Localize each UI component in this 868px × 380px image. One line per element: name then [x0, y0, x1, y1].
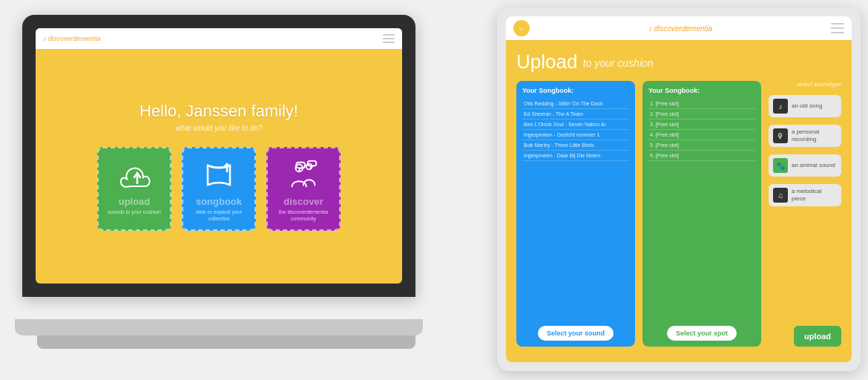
tablet-content: Upload to your cushion Your Songbook: Ot… — [506, 40, 852, 362]
left-song-list: Otis Redding - Sittin' On The Dock Ed Sh… — [522, 99, 629, 320]
melodical-text: a melodical piece — [792, 188, 837, 202]
old-song-text: an old song — [792, 102, 822, 110]
upload-button[interactable]: upload — [794, 326, 841, 347]
laptop-header: ♪ discoverdementia — [36, 28, 402, 49]
discover-label: discover — [283, 196, 323, 207]
book-icon — [200, 160, 237, 190]
songbook-card[interactable]: songbook view or expand your collection — [182, 147, 256, 231]
songbook-sub: view or expand your collection — [191, 209, 247, 222]
sound-option-0[interactable]: ♪ an old song — [769, 95, 841, 117]
melodical-icon: ♫ — [773, 188, 788, 203]
upload-card[interactable]: upload sounds to your cushion — [97, 147, 171, 231]
laptop-greeting: Hello, Janssen family! — [139, 102, 298, 121]
left-songbook-panel: Your Songbook: Otis Redding - Sittin' On… — [516, 81, 635, 347]
animal-sound-icon: 🐾 — [773, 158, 788, 173]
personal-recording-text: a personal recording — [792, 128, 837, 142]
sound-option-2[interactable]: 🐾 an animal sound — [769, 154, 841, 177]
song-item-3[interactable]: Ingesproken - Gedicht nummer 1 — [522, 130, 629, 140]
right-songbook-title: Your Songbook: — [648, 87, 755, 94]
laptop-base — [15, 319, 423, 335]
slot-item-3[interactable]: 4. [Free slot] — [648, 130, 755, 140]
sound-option-3[interactable]: ♫ a melodical piece — [769, 184, 841, 206]
select-spot-button[interactable]: Select your spot — [667, 326, 737, 341]
sound-option-1[interactable]: 🎙 a personal recording — [769, 125, 841, 147]
upload-sub: sounds to your cushion — [108, 209, 161, 215]
laptop-cards: upload sounds to your cushion — [97, 147, 341, 231]
laptop-screen: ♪ discoverdementia Hello, Janssen family… — [36, 28, 402, 284]
tablet-menu-icon[interactable] — [831, 23, 844, 33]
old-song-icon: ♪ — [773, 99, 788, 114]
discover-card[interactable]: discover the discoverdementia community — [266, 147, 341, 231]
song-item-0[interactable]: Otis Redding - Sittin' On The Dock — [522, 99, 629, 109]
laptop-subtitle: what would you like to do? — [175, 124, 262, 132]
back-button[interactable]: ← — [513, 20, 530, 36]
upload-label: upload — [119, 196, 151, 207]
tablet-header: ← ♪ discoverdementia — [506, 16, 852, 40]
slot-list: 1. [Free slot] 2. [Free slot] 3. [Free s… — [648, 99, 755, 320]
slot-item-0[interactable]: 1. [Free slot] — [648, 99, 755, 109]
slot-item-4[interactable]: 5. [Free slot] — [648, 140, 755, 151]
soundtype-panel: select soundtype ♪ an old song 🎙 a perso… — [769, 81, 841, 347]
laptop-device: ♪ discoverdementia Hello, Janssen family… — [22, 15, 415, 356]
tablet-title: Upload to your cushion — [516, 50, 841, 73]
slot-item-2[interactable]: 3. [Free slot] — [648, 119, 755, 130]
laptop-logo: ♪ discoverdementia — [43, 35, 101, 42]
right-songbook-panel: Your Songbook: 1. [Free slot] 2. [Free s… — [642, 81, 761, 347]
left-songbook-title: Your Songbook: — [522, 87, 629, 94]
soundtype-label: select soundtype — [769, 81, 841, 88]
discover-sub: the discoverdementia community — [275, 209, 332, 222]
slot-item-5[interactable]: 6. [Free slot] — [648, 151, 755, 161]
tablet-body: ← ♪ discoverdementia Upload to your cush… — [497, 7, 861, 371]
song-item-1[interactable]: Ed Sheeran - The A Team — [522, 109, 629, 119]
song-item-4[interactable]: Bob Marley - Three Little Birds — [522, 140, 629, 151]
song-item-2[interactable]: Ben L'Oncle Soul - Seven Nation Ar. — [522, 119, 629, 130]
laptop-menu-icon[interactable] — [383, 34, 395, 43]
tablet-title-sub: to your cushion — [583, 57, 654, 69]
tablet-screen: ← ♪ discoverdementia Upload to your cush… — [506, 16, 852, 362]
laptop-foot — [37, 335, 415, 349]
songbook-label: songbook — [196, 196, 242, 207]
personal-recording-icon: 🎙 — [773, 128, 788, 143]
tablet-logo: ♪ discoverdementia — [648, 24, 712, 33]
slot-item-1[interactable]: 2. [Free slot] — [648, 109, 755, 119]
people-icon — [285, 160, 322, 190]
laptop-content: Hello, Janssen family! what would you li… — [36, 49, 402, 284]
animal-sound-text: an animal sound — [792, 162, 835, 169]
select-sound-button[interactable]: Select your sound — [538, 326, 614, 341]
tablet-main: Your Songbook: Otis Redding - Sittin' On… — [516, 81, 841, 347]
laptop-body: ♪ discoverdementia Hello, Janssen family… — [22, 15, 415, 297]
tablet-device: ← ♪ discoverdementia Upload to your cush… — [497, 7, 861, 371]
upload-icon — [116, 160, 153, 190]
song-item-5[interactable]: Ingesproken - Daar Bij Die Molen — [522, 151, 629, 161]
